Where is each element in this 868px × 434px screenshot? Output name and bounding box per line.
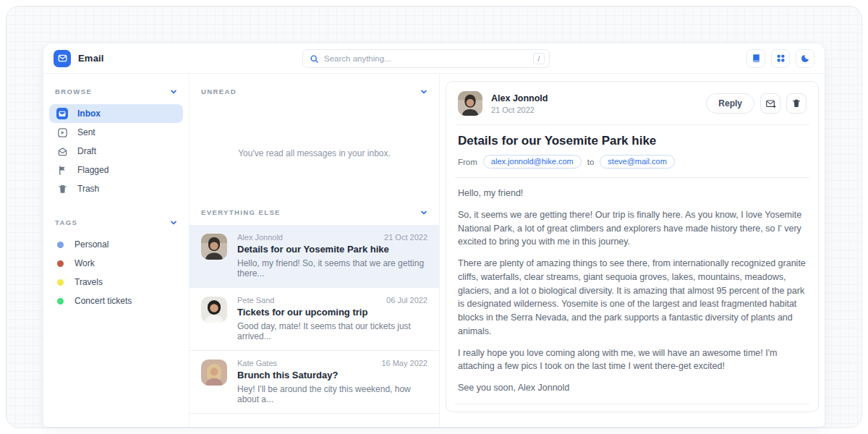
from-label: From <box>458 158 477 166</box>
email-date: 21 Oct 2022 <box>384 233 427 242</box>
tag-item-travels[interactable]: Travels <box>49 273 183 292</box>
body-paragraph: So, it seems we are getting there! Our t… <box>458 208 807 249</box>
sidebar-item-trash[interactable]: Trash <box>49 179 183 198</box>
detail-date: 21 Oct 2022 <box>491 106 548 114</box>
reading-pane: Alex Jonnold 21 Oct 2022 Reply <box>440 74 825 427</box>
chevron-down-icon[interactable] <box>170 88 177 95</box>
tag-item-personal[interactable]: Personal <box>49 235 183 254</box>
search-shortcut-key: / <box>533 53 545 64</box>
email-list-item[interactable]: Pete Sand 06 Jul 2022 Tickets for our up… <box>190 288 439 351</box>
email-preview: Hello, my friend! So, it seems that we a… <box>237 258 427 278</box>
from-email-pill[interactable]: alex.jonnold@hike.com <box>483 155 582 169</box>
envelope-plus-icon <box>765 98 776 109</box>
avatar <box>458 91 482 116</box>
app-logo <box>54 50 71 67</box>
tag-label: Personal <box>75 239 109 250</box>
divider <box>455 124 809 125</box>
docs-button[interactable] <box>746 49 765 68</box>
tag-color-dot <box>57 242 64 248</box>
email-sender: Alex Jonnold <box>237 233 283 242</box>
moon-icon <box>801 54 810 63</box>
tag-color-dot <box>57 298 64 305</box>
tag-label: Concert tickets <box>75 296 132 306</box>
sidebar-item-label: Draft <box>77 146 96 156</box>
sidebar-item-label: Trash <box>77 184 99 194</box>
chevron-down-icon[interactable] <box>170 219 177 226</box>
tag-item-concert-tickets[interactable]: Concert tickets <box>49 292 183 310</box>
body-paragraph: See you soon, Alex Jonnold <box>458 381 807 395</box>
browse-items: Inbox Sent Draft <box>43 103 189 198</box>
app-body: BROWSE Inbox <box>43 74 825 427</box>
avatar <box>201 297 227 323</box>
chevron-down-icon[interactable] <box>420 88 427 95</box>
detail-header: Alex Jonnold 21 Oct 2022 Reply <box>458 91 807 116</box>
email-app-window: Email / <box>43 43 825 427</box>
email-date: 06 Jul 2022 <box>386 296 427 305</box>
unread-empty-message: You've read all messages in your inbox. <box>201 148 427 158</box>
email-preview: Hey! I'll be around the city this weeken… <box>237 384 427 404</box>
unread-section-header[interactable]: UNREAD <box>190 74 439 103</box>
detail-actions: Reply <box>706 93 807 114</box>
tags-label: TAGS <box>55 218 77 226</box>
email-sender: Kate Gates <box>237 359 277 367</box>
browse-label: BROWSE <box>55 88 92 95</box>
email-detail-card: Alex Jonnold 21 Oct 2022 Reply <box>446 81 819 412</box>
everything-else-label: EVERYTHING ELSE <box>201 208 281 216</box>
sidebar-item-draft[interactable]: Draft <box>49 142 183 161</box>
sidebar: BROWSE Inbox <box>43 74 190 427</box>
email-date: 16 May 2022 <box>381 359 427 367</box>
detail-subject: Details for our Yosemite Park hike <box>458 134 807 148</box>
sidebar-item-sent[interactable]: Sent <box>49 123 183 142</box>
tag-item-work[interactable]: Work <box>49 254 183 273</box>
email-body: Hello, my friend! So, it seems we are ge… <box>458 187 807 395</box>
page-background: Email / <box>0 0 868 434</box>
envelope-icon <box>58 54 67 63</box>
divider <box>455 177 809 178</box>
to-email-pill[interactable]: steve@mail.com <box>600 155 674 169</box>
inbox-icon <box>56 108 68 119</box>
trash-icon <box>56 183 68 195</box>
sent-icon <box>56 127 68 138</box>
mail-list-column: UNREAD You've read all messages in your … <box>190 74 440 427</box>
to-label: to <box>587 158 595 166</box>
delete-button[interactable] <box>786 93 807 114</box>
sidebar-item-flagged[interactable]: Flagged <box>49 161 183 179</box>
apps-button[interactable] <box>771 49 790 68</box>
trash-icon <box>791 98 801 109</box>
body-paragraph: I really hope you love coming along with… <box>458 346 807 374</box>
email-list-item[interactable]: Alex Jonnold 21 Oct 2022 Details for our… <box>190 225 439 288</box>
email-subject: Details for our Yosemite Park hike <box>237 244 427 255</box>
browse-section-header[interactable]: BROWSE <box>43 74 189 103</box>
search-icon <box>310 54 319 64</box>
sidebar-item-inbox[interactable]: Inbox <box>49 104 183 123</box>
apps-grid-icon <box>776 54 786 63</box>
dark-mode-button[interactable] <box>796 49 814 68</box>
sidebar-item-label: Inbox <box>77 109 101 119</box>
reply-button[interactable]: Reply <box>706 93 754 114</box>
header-actions <box>746 49 814 68</box>
forward-button[interactable] <box>760 93 780 114</box>
email-sender: Pete Sand <box>237 296 274 305</box>
sidebar-item-label: Sent <box>77 127 95 137</box>
tag-label: Travels <box>75 277 103 287</box>
tag-items: Personal Work Travels Concert tickets <box>43 234 189 310</box>
tags-section-header[interactable]: TAGS <box>43 198 189 234</box>
detail-sender-name: Alex Jonnold <box>491 93 548 103</box>
app-title: Email <box>78 53 104 64</box>
avatar <box>201 359 227 386</box>
tag-color-dot <box>57 279 64 286</box>
search-input[interactable] <box>324 54 528 63</box>
everything-else-section-header[interactable]: EVERYTHING ELSE <box>190 208 439 225</box>
tag-label: Work <box>75 258 95 268</box>
book-icon <box>752 54 761 63</box>
chevron-down-icon[interactable] <box>420 209 427 216</box>
email-subject: Tickets for our upcoming trip <box>237 307 427 318</box>
tag-color-dot <box>57 260 64 267</box>
body-paragraph: There are plenty of amazing things to se… <box>458 257 807 339</box>
email-list-item[interactable]: Kate Gates 16 May 2022 Brunch this Satur… <box>190 351 439 414</box>
detail-from-row: From alex.jonnold@hike.com to steve@mail… <box>458 155 807 169</box>
avatar <box>201 234 227 260</box>
search-bar[interactable]: / <box>302 49 550 68</box>
flag-icon <box>56 164 68 176</box>
sidebar-item-label: Flagged <box>77 165 109 175</box>
